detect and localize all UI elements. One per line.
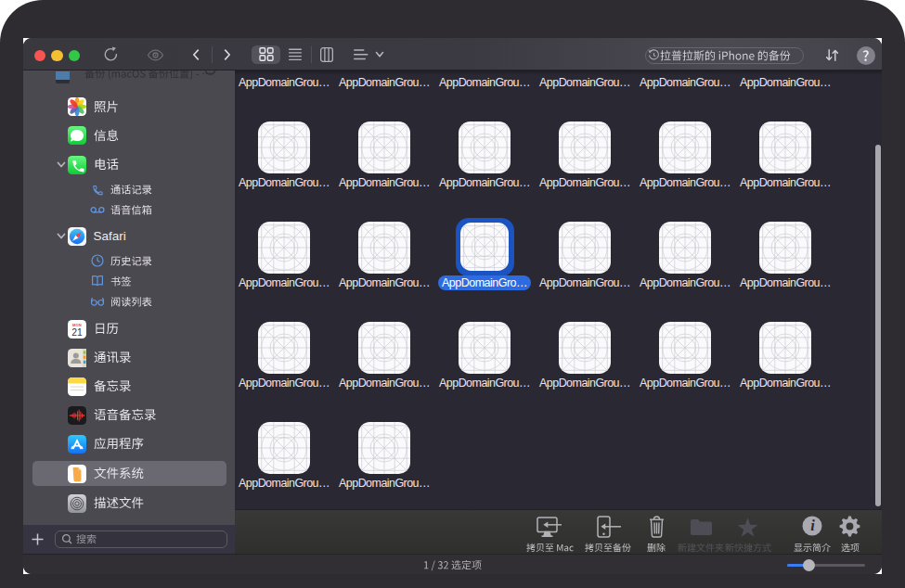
svg-text:i: i	[810, 517, 815, 534]
svg-text:21: 21	[71, 327, 83, 338]
svg-text:MON: MON	[72, 322, 82, 326]
